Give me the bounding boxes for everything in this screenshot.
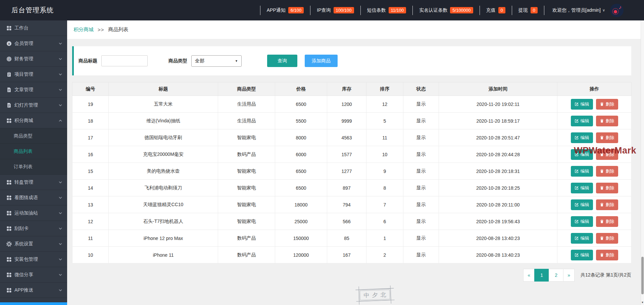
delete-button[interactable]: 删除 (596, 199, 618, 210)
edit-button[interactable]: 编辑 (571, 233, 593, 244)
cell-stock: 566 (327, 213, 366, 230)
sidebar-item-6[interactable]: 积分商城 (0, 113, 67, 128)
edit-button-label: 编辑 (581, 185, 589, 191)
pagination-prev[interactable]: « (523, 269, 535, 282)
delete-button[interactable]: 删除 (596, 250, 618, 260)
edit-button[interactable]: 编辑 (571, 132, 593, 143)
scrollbar-thumb[interactable] (641, 257, 644, 294)
cell-sort: 8 (366, 180, 403, 196)
pagination-page-1[interactable]: 1 (534, 269, 549, 282)
chevron-down-icon (58, 288, 62, 292)
edit-button[interactable]: 编辑 (571, 183, 593, 193)
header-stat-1[interactable]: IP查询100/100 (310, 6, 360, 15)
chevron-down-icon (58, 257, 62, 261)
sidebar-item-3[interactable]: 项目管理 (0, 67, 67, 82)
delete-button[interactable]: 删除 (596, 132, 618, 143)
svg-text:¥: ¥ (8, 42, 10, 45)
sidebar-item-label: 工作台 (14, 25, 62, 31)
sidebar-item-label: 转盘管理 (14, 179, 56, 185)
sidebar-item-11[interactable]: 系统设置 (0, 236, 67, 252)
header-stat-3[interactable]: 实名认证条数5/100000 (412, 6, 479, 15)
header-stat-4[interactable]: 充值0 (480, 6, 512, 15)
scroll-down-arrow-icon[interactable]: ▼ (641, 301, 644, 304)
content: 商品标题 商品类型 全部 ▼ 查询 添加商品 编号标题商品类型价格库存排序状态添… (67, 39, 631, 282)
table-row: 17德国铂瑞电动牙刷智能家电8000456311显示2020-10-28 20:… (72, 129, 632, 146)
sidebar-item-5[interactable]: 幻灯片管理 (0, 98, 67, 113)
cell-stock: 1277 (327, 163, 366, 180)
grid-icon (6, 257, 12, 262)
edit-button[interactable]: 编辑 (571, 99, 593, 110)
sidebar-item-9[interactable]: 运动加油站 (0, 205, 67, 221)
sidebar-item-10[interactable]: 刮刮卡 (0, 221, 67, 236)
cell-actions: 编辑删除 (557, 96, 632, 113)
header-stat-2[interactable]: 短信条数11/100 (360, 6, 413, 15)
pagination: «12»共12条记录 第1页/共2页 (72, 269, 631, 282)
cell-status: 显示 (403, 180, 439, 196)
delete-button-label: 删除 (606, 101, 614, 107)
stat-badge: 100/100 (334, 7, 354, 13)
cell-id: 19 (72, 96, 109, 113)
edit-button[interactable]: 编辑 (571, 199, 593, 210)
chevron-down-icon (58, 242, 62, 246)
member-icon: ¥ (6, 41, 12, 46)
search-button[interactable]: 查询 (267, 55, 297, 67)
clipboard-icon (6, 72, 12, 77)
table-row: 12石头-T7扫地机器人智能家电250005666显示2020-10-28 19… (72, 213, 632, 230)
delete-button[interactable]: 删除 (596, 233, 618, 244)
stat-label: 充值 (486, 7, 496, 13)
cell-status: 显示 (403, 247, 439, 263)
avatar[interactable]: ♪ (610, 4, 624, 17)
chevron-down-icon (58, 180, 62, 184)
doc-icon (6, 87, 12, 93)
sidebar-subitem-6-2[interactable]: 订单列表 (0, 159, 67, 175)
stat-label: IP查询 (317, 7, 331, 13)
sidebar-item-7[interactable]: 转盘管理 (0, 175, 67, 190)
breadcrumb-parent[interactable]: 积分商城 (73, 26, 94, 33)
pagination-next[interactable]: » (563, 269, 575, 282)
sidebar-subitem-6-1[interactable]: 商品列表 (0, 144, 67, 159)
header-stat-0[interactable]: APP通知6/100 (260, 6, 310, 15)
sidebar-subitem-6-0[interactable]: 商品类型 (0, 128, 67, 144)
cell-type: 数码产品 (218, 146, 275, 163)
edit-button[interactable]: 编辑 (571, 116, 593, 126)
sidebar-item-label: 安装包管理 (14, 256, 56, 262)
sidebar-item-4[interactable]: 文章管理 (0, 82, 67, 98)
table-row: 10iPhone 11数码产品1200001672显示2020-08-28 13… (72, 247, 632, 263)
sidebar-item-14[interactable]: APP推送 (0, 283, 67, 298)
edit-button[interactable]: 编辑 (571, 216, 593, 227)
delete-button[interactable]: 删除 (596, 166, 618, 177)
chevron-down-icon (58, 211, 62, 215)
add-product-button[interactable]: 添加商品 (305, 55, 338, 67)
sidebar-item-2[interactable]: ¥财务管理 (0, 51, 67, 67)
edit-button[interactable]: 编辑 (571, 250, 593, 260)
sidebar-item-1[interactable]: ¥会员管理 (0, 36, 67, 51)
column-header-1: 标题 (109, 82, 218, 96)
table-row: 13天喵蓝猫精灵CC10智能家电180007947显示2020-10-28 20… (72, 196, 632, 213)
delete-button[interactable]: 删除 (596, 216, 618, 227)
doc-icon (6, 103, 12, 108)
cell-stock: 794 (327, 196, 366, 213)
cell-actions: 编辑删除 (557, 196, 632, 213)
edit-button[interactable]: 编辑 (571, 166, 593, 177)
cell-price: 5500 (275, 113, 327, 129)
sidebar-item-12[interactable]: 安装包管理 (0, 252, 67, 267)
cell-status: 显示 (403, 96, 439, 113)
delete-button[interactable]: 删除 (596, 183, 618, 193)
header-stat-5[interactable]: 提现0 (512, 6, 544, 15)
pagination-page-2[interactable]: 2 (549, 269, 563, 282)
sidebar-item-13[interactable]: 微信分享 (0, 267, 67, 283)
title-filter-input[interactable] (101, 55, 148, 66)
cell-actions: 编辑删除 (557, 247, 632, 263)
type-filter-value: 全部 (195, 58, 204, 64)
cell-id: 11 (72, 230, 109, 247)
cell-type: 数码产品 (218, 230, 275, 247)
type-filter-select[interactable]: 全部 ▼ (191, 55, 242, 67)
user-menu[interactable]: 欢迎您，管理员[admin] ∨ (544, 6, 605, 15)
cell-price: 18000 (275, 196, 327, 213)
sidebar-item-8[interactable]: 看图猜成语 (0, 190, 67, 205)
delete-button[interactable]: 删除 (596, 116, 618, 126)
delete-button[interactable]: 删除 (596, 99, 618, 110)
cell-stock: 1577 (327, 146, 366, 163)
sidebar-item-0[interactable]: 工作台 (0, 20, 67, 36)
cell-price: 150000 (275, 230, 327, 247)
